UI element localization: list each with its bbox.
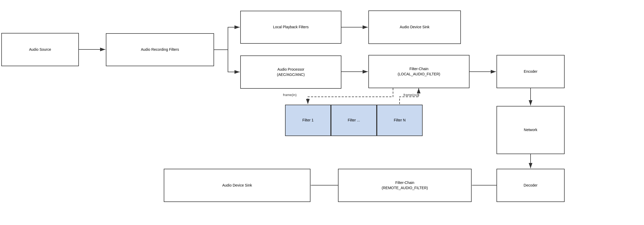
audio-recording-filters-label: Audio Recording Filters [141,47,179,52]
filter-chain-local-label: Filter-Chain(LOCAL_AUDIO_FILTER) [398,66,440,77]
frame-out-label: frame(out) [403,93,419,97]
audio-processor-label: Audio Processor(AEC/AGC/ANC) [277,67,305,77]
filter-dots-label: Filter ... [348,118,360,123]
diagram: Audio Source Audio Recording Filters Loc… [0,0,644,225]
decoder-box: Decoder [496,169,565,202]
audio-device-sink-top-label: Audio Device Sink [400,25,430,30]
filter-dots-box: Filter ... [331,105,377,136]
filter-1-label: Filter 1 [302,118,314,123]
decoder-label: Decoder [524,183,538,188]
network-label: Network [524,127,537,133]
audio-recording-filters-box: Audio Recording Filters [106,33,214,66]
encoder-label: Encoder [524,69,537,74]
audio-device-sink-top-box: Audio Device Sink [368,10,461,44]
local-playback-filters-box: Local Playback Filters [240,11,341,44]
filter-chain-local-box: Filter-Chain(LOCAL_AUDIO_FILTER) [368,55,470,88]
audio-device-sink-bottom-box: Audio Device Sink [164,169,310,202]
audio-processor-box: Audio Processor(AEC/AGC/ANC) [240,55,341,89]
audio-source-label: Audio Source [29,47,51,52]
filter-1-box: Filter 1 [285,105,331,136]
audio-device-sink-bottom-label: Audio Device Sink [222,183,252,188]
filter-chain-remote-box: Filter-Chain(REMOTE_AUDIO_FILTER) [338,169,472,202]
filter-n-box: Filter N [377,105,423,136]
audio-source-box: Audio Source [1,33,79,66]
frame-in-label: frame(in) [283,93,297,97]
encoder-box: Encoder [496,55,565,88]
network-box: Network [496,106,565,154]
filter-n-label: Filter N [394,118,406,123]
local-playback-filters-label: Local Playback Filters [273,25,309,30]
filter-chain-remote-label: Filter-Chain(REMOTE_AUDIO_FILTER) [382,180,428,190]
